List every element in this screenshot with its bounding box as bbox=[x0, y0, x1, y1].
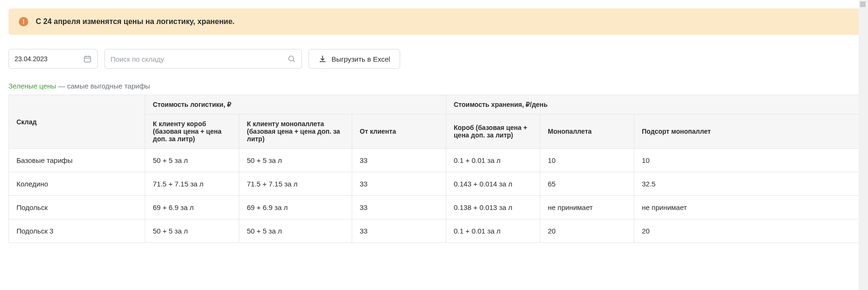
legend: Зеленые цены — самые выгодные тарифы bbox=[8, 82, 860, 90]
search-icon bbox=[287, 55, 296, 63]
svg-rect-0 bbox=[84, 56, 91, 62]
cell-st_sort: не принимает bbox=[634, 196, 860, 219]
cell-log_mono: 50 + 5 за л bbox=[239, 149, 352, 172]
scrollbar[interactable] bbox=[859, 0, 868, 243]
alert-text: С 24 апреля изменятся цены на логистику,… bbox=[36, 17, 235, 26]
cell-log_from: 33 bbox=[352, 196, 446, 219]
svg-point-4 bbox=[289, 56, 294, 61]
header-storage-group: Стоимость хранения, ₽/день bbox=[446, 95, 860, 114]
cell-st_mono: 20 bbox=[540, 219, 634, 243]
table-row: Подольск69 + 6.9 за л69 + 6.9 за л330.13… bbox=[9, 196, 860, 219]
cell-st_mono: 10 bbox=[540, 149, 634, 172]
cell-log_from: 33 bbox=[352, 149, 446, 172]
download-icon bbox=[318, 55, 327, 63]
cell-warehouse: Базовые тарифы bbox=[9, 149, 145, 172]
header-st-sort: Подсорт монопаллет bbox=[634, 114, 860, 149]
legend-description: — самые выгодные тарифы bbox=[56, 82, 150, 90]
table-row: Базовые тарифы50 + 5 за л50 + 5 за л330.… bbox=[9, 149, 860, 172]
cell-log_mono: 50 + 5 за л bbox=[239, 219, 352, 243]
export-excel-button[interactable]: Выгрузить в Excel bbox=[308, 49, 400, 69]
cell-st_sort: 10 bbox=[634, 149, 860, 172]
calendar-icon bbox=[83, 55, 92, 63]
cell-st_box: 0.1 + 0.01 за л bbox=[446, 219, 540, 243]
table-row: Коледино71.5 + 7.15 за л71.5 + 7.15 за л… bbox=[9, 172, 860, 196]
cell-warehouse: Коледино bbox=[9, 172, 145, 196]
header-st-mono: Монопаллета bbox=[540, 114, 634, 149]
legend-green-prices: Зеленые цены bbox=[8, 82, 56, 90]
cell-st_mono: 65 bbox=[540, 172, 634, 196]
date-picker[interactable]: 23.04.2023 bbox=[8, 49, 98, 69]
cell-warehouse: Подольск bbox=[9, 196, 145, 219]
header-log-from: От клиента bbox=[352, 114, 446, 149]
cell-log_box: 50 + 5 за л bbox=[145, 149, 239, 172]
cell-st_box: 0.1 + 0.01 за л bbox=[446, 149, 540, 172]
alert-icon: ! bbox=[19, 17, 28, 26]
header-log-mono: К клиенту монопаллета (базовая цена + це… bbox=[239, 114, 352, 149]
cell-st_mono: не принимает bbox=[540, 196, 634, 219]
svg-line-5 bbox=[293, 60, 294, 62]
header-log-box: К клиенту короб (базовая цена + цена доп… bbox=[145, 114, 239, 149]
cell-log_mono: 71.5 + 7.15 за л bbox=[239, 172, 352, 196]
search-input[interactable] bbox=[110, 55, 287, 63]
header-warehouse: Склад bbox=[9, 95, 145, 149]
cell-log_box: 50 + 5 за л bbox=[145, 219, 239, 243]
warehouse-search[interactable] bbox=[104, 49, 302, 69]
tariffs-table: Склад Стоимость логистики, ₽ Стоимость х… bbox=[8, 95, 860, 243]
cell-log_from: 33 bbox=[352, 219, 446, 243]
cell-log_mono: 69 + 6.9 за л bbox=[239, 196, 352, 219]
header-logistics-group: Стоимость логистики, ₽ bbox=[145, 95, 446, 114]
export-label: Выгрузить в Excel bbox=[331, 55, 390, 63]
date-value: 23.04.2023 bbox=[15, 55, 47, 63]
cell-log_box: 69 + 6.9 за л bbox=[145, 196, 239, 219]
cell-log_from: 33 bbox=[352, 172, 446, 196]
table-row: Подольск 350 + 5 за л50 + 5 за л330.1 + … bbox=[9, 219, 860, 243]
cell-st_box: 0.138 + 0.013 за л bbox=[446, 196, 540, 219]
cell-st_sort: 32.5 bbox=[634, 172, 860, 196]
cell-warehouse: Подольск 3 bbox=[9, 219, 145, 243]
toolbar: 23.04.2023 Выгрузить в Excel bbox=[8, 49, 860, 69]
cell-st_box: 0.143 + 0.014 за л bbox=[446, 172, 540, 196]
cell-log_box: 71.5 + 7.15 за л bbox=[145, 172, 239, 196]
price-change-alert: ! С 24 апреля изменятся цены на логистик… bbox=[8, 8, 860, 35]
header-st-box: Короб (базовая цена + цена доп. за литр) bbox=[446, 114, 540, 149]
cell-st_sort: 20 bbox=[634, 219, 860, 243]
